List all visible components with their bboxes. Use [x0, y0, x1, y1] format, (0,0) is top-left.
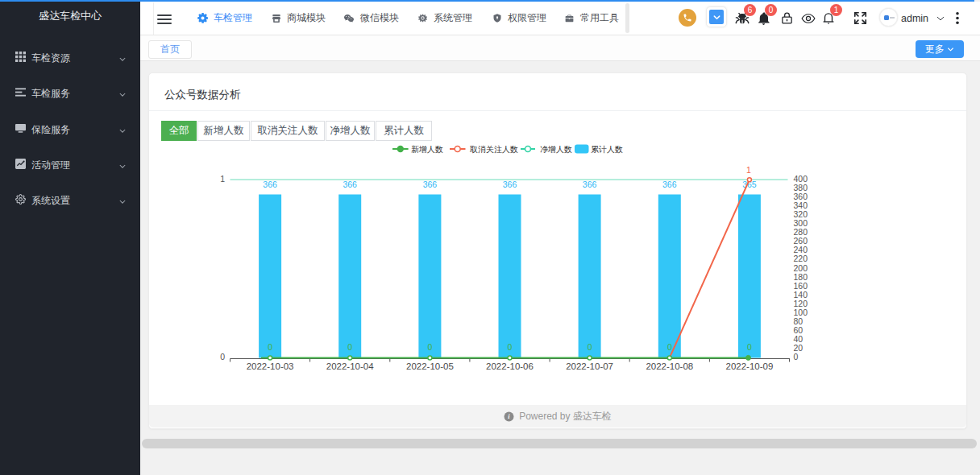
svg-text:366: 366	[583, 180, 597, 189]
svg-text:2022-10-08: 2022-10-08	[646, 361, 693, 371]
svg-text:0: 0	[347, 342, 352, 352]
svg-text:2022-10-03: 2022-10-03	[247, 361, 294, 371]
svg-text:取消关注人数: 取消关注人数	[470, 145, 518, 154]
svg-text:0: 0	[794, 352, 799, 361]
svg-text:366: 366	[662, 180, 677, 189]
svg-text:1: 1	[220, 174, 225, 184]
svg-text:1: 1	[746, 165, 751, 175]
svg-text:366: 366	[503, 180, 517, 189]
svg-text:2022-10-05: 2022-10-05	[406, 361, 454, 371]
svg-text:2022-10-04: 2022-10-04	[326, 361, 374, 371]
svg-text:累计人数: 累计人数	[591, 145, 623, 154]
svg-text:366: 366	[423, 180, 438, 189]
svg-text:2022-10-09: 2022-10-09	[725, 361, 773, 371]
svg-text:净增人数: 净增人数	[540, 145, 572, 154]
svg-text:新增人数: 新增人数	[411, 145, 443, 154]
svg-text:2022-10-06: 2022-10-06	[486, 361, 534, 371]
svg-text:366: 366	[343, 180, 357, 189]
svg-text:0: 0	[588, 342, 592, 352]
svg-text:366: 366	[263, 180, 277, 189]
svg-text:0: 0	[747, 342, 752, 352]
svg-text:0: 0	[667, 342, 672, 352]
svg-text:0: 0	[508, 342, 513, 352]
svg-text:2022-10-07: 2022-10-07	[566, 361, 613, 371]
svg-text:0: 0	[268, 342, 272, 352]
svg-text:0: 0	[427, 342, 432, 352]
svg-text:0: 0	[220, 352, 225, 361]
